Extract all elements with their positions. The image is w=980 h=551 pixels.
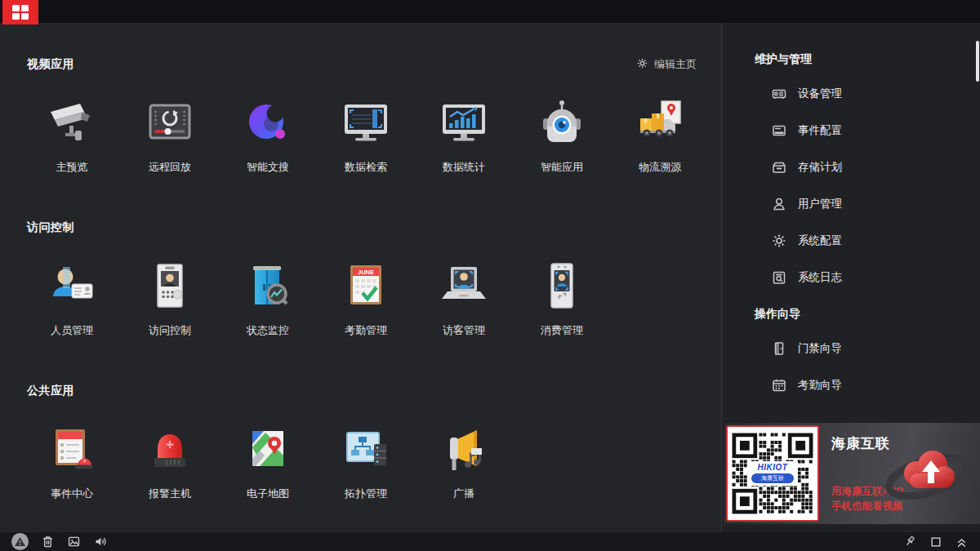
qr-code: HIKIOT 海康互联 bbox=[726, 425, 819, 522]
data-statistics-icon bbox=[438, 96, 490, 149]
sidebar-item-label: 用户管理 bbox=[798, 197, 842, 211]
section-title: 视频应用 bbox=[23, 57, 74, 72]
app-label: 数据统计 bbox=[443, 160, 485, 175]
attendance-management-icon: JUNE bbox=[340, 260, 392, 312]
section-title: 访问控制 bbox=[23, 220, 74, 235]
hik-connect-banner[interactable]: HIKIOT 海康互联 海康互联 用海康互联APP 手机也能看视频 bbox=[724, 423, 980, 524]
app-person-management[interactable]: 人员管理 bbox=[23, 260, 121, 338]
app-smart-application[interactable]: 智能应用 bbox=[513, 96, 611, 175]
app-label: 人员管理 bbox=[51, 323, 93, 338]
sidebar-item-device-management[interactable]: 设备管理 bbox=[755, 75, 980, 112]
status-monitoring-icon bbox=[242, 260, 294, 312]
edit-home-label: 编辑主页 bbox=[654, 57, 697, 72]
group-operation-wizard: 操作向导 门禁向导 bbox=[755, 307, 980, 403]
svg-text:JUNE: JUNE bbox=[358, 269, 374, 276]
app-topology-management[interactable]: 拓扑管理 bbox=[317, 423, 415, 501]
edit-home-button[interactable]: 编辑主页 bbox=[636, 57, 697, 72]
app-label: 事件中心 bbox=[51, 487, 93, 501]
user-icon bbox=[771, 196, 787, 212]
remote-playback-icon bbox=[144, 96, 196, 149]
main-preview-icon bbox=[46, 96, 98, 149]
image-icon[interactable] bbox=[67, 535, 81, 549]
smart-application-icon bbox=[536, 96, 588, 149]
pin-icon[interactable] bbox=[903, 535, 917, 549]
app-visitor-management[interactable]: 访客管理 bbox=[415, 260, 513, 338]
app-label: 电子地图 bbox=[247, 487, 289, 501]
app-data-retrieval[interactable]: 数据检索 bbox=[317, 96, 415, 175]
app-label: 数据检索 bbox=[345, 160, 387, 175]
group-title: 操作向导 bbox=[755, 307, 980, 322]
upload-cloud-graphic bbox=[884, 429, 973, 518]
top-bar bbox=[0, 0, 980, 23]
status-bar bbox=[0, 532, 980, 551]
sidebar-item-system-configuration[interactable]: 系统配置 bbox=[755, 222, 980, 259]
app-status-monitoring[interactable]: 状态监控 bbox=[219, 260, 317, 338]
door-icon bbox=[771, 340, 787, 357]
sidebar-item-event-configuration[interactable]: 事件配置 bbox=[755, 112, 980, 149]
speaker-icon[interactable] bbox=[93, 535, 108, 549]
app-smart-search[interactable]: 智能文搜 bbox=[219, 96, 317, 175]
sidebar-item-storage-schedule[interactable]: 存储计划 bbox=[755, 149, 980, 185]
sidebar-item-label: 考勤向导 bbox=[798, 378, 842, 393]
section-access-control: 访问控制 人员管理 bbox=[23, 220, 721, 338]
smart-search-icon bbox=[242, 96, 294, 149]
app-label: 拓扑管理 bbox=[345, 487, 387, 501]
app-broadcast[interactable]: 广播 bbox=[415, 423, 513, 501]
app-label: 远程回放 bbox=[149, 160, 191, 175]
app-event-center[interactable]: 事件中心 bbox=[23, 423, 121, 501]
app-access-control[interactable]: 访问控制 bbox=[121, 260, 219, 338]
storage-schedule-icon bbox=[771, 159, 787, 176]
home-app-panel: 视频应用 编辑主页 bbox=[0, 23, 722, 532]
sidebar-item-access-control-wizard[interactable]: 门禁向导 bbox=[755, 330, 980, 367]
app-logistics-tracing[interactable]: 物流溯源 bbox=[611, 96, 709, 175]
logistics-tracing-icon bbox=[634, 96, 686, 149]
app-alarm-host[interactable]: 报警主机 bbox=[121, 423, 219, 501]
sidebar-item-system-log[interactable]: 系统日志 bbox=[755, 259, 980, 295]
sidebar-item-label: 门禁向导 bbox=[798, 341, 842, 356]
app-grid-icon bbox=[11, 4, 29, 20]
sidebar-item-attendance-wizard[interactable]: 考勤向导 bbox=[755, 367, 980, 403]
qr-pill-label: 海康互联 bbox=[751, 473, 794, 483]
trash-icon[interactable] bbox=[41, 535, 55, 549]
app-remote-playback[interactable]: 远程回放 bbox=[121, 96, 219, 175]
calendar-icon bbox=[771, 377, 787, 393]
sidebar-item-user-management[interactable]: 用户管理 bbox=[755, 185, 980, 222]
event-configuration-icon bbox=[771, 122, 787, 139]
gear-icon bbox=[771, 233, 787, 249]
app-label: 智能应用 bbox=[541, 160, 583, 175]
app-attendance-management[interactable]: JUNE 考勤管理 bbox=[317, 260, 415, 338]
sidebar-scrollbar[interactable] bbox=[976, 41, 979, 82]
device-management-icon bbox=[771, 86, 787, 102]
access-control-icon bbox=[144, 260, 196, 312]
app-main-preview[interactable]: 主预览 bbox=[23, 96, 121, 175]
sidebar-item-label: 设备管理 bbox=[798, 87, 842, 101]
app-label: 广播 bbox=[453, 487, 474, 501]
window-icon[interactable] bbox=[929, 535, 942, 549]
alarm-icon[interactable] bbox=[11, 533, 29, 550]
app-data-statistics[interactable]: 数据统计 bbox=[415, 96, 513, 175]
visitor-management-icon bbox=[438, 260, 490, 312]
section-public-applications: 公共应用 bbox=[23, 384, 721, 501]
qr-center-label: HIKIOT 海康互联 bbox=[747, 461, 798, 486]
app-label: 消费管理 bbox=[541, 323, 583, 338]
collapse-icon[interactable] bbox=[955, 535, 969, 549]
app-label: 智能文搜 bbox=[247, 160, 289, 175]
app-consumption-management[interactable]: 消费管理 bbox=[513, 260, 611, 338]
consumption-management-icon bbox=[536, 260, 588, 312]
app-menu-button[interactable] bbox=[2, 0, 38, 24]
broadcast-icon bbox=[438, 423, 490, 475]
data-retrieval-icon bbox=[340, 96, 392, 149]
app-label: 报警主机 bbox=[149, 487, 191, 501]
topology-management-icon bbox=[340, 423, 392, 475]
gear-icon bbox=[636, 57, 648, 72]
sidebar-item-label: 系统配置 bbox=[798, 233, 842, 248]
app-label: 物流溯源 bbox=[639, 160, 681, 175]
app-label: 访问控制 bbox=[149, 323, 191, 338]
event-center-icon bbox=[46, 423, 98, 475]
app-e-map[interactable]: 电子地图 bbox=[219, 423, 317, 501]
app-label: 访客管理 bbox=[443, 323, 485, 338]
section-video-applications: 视频应用 编辑主页 bbox=[23, 57, 721, 175]
hikiot-logo: HIKIOT bbox=[747, 463, 798, 472]
person-management-icon bbox=[46, 260, 98, 312]
e-map-icon bbox=[242, 423, 294, 475]
